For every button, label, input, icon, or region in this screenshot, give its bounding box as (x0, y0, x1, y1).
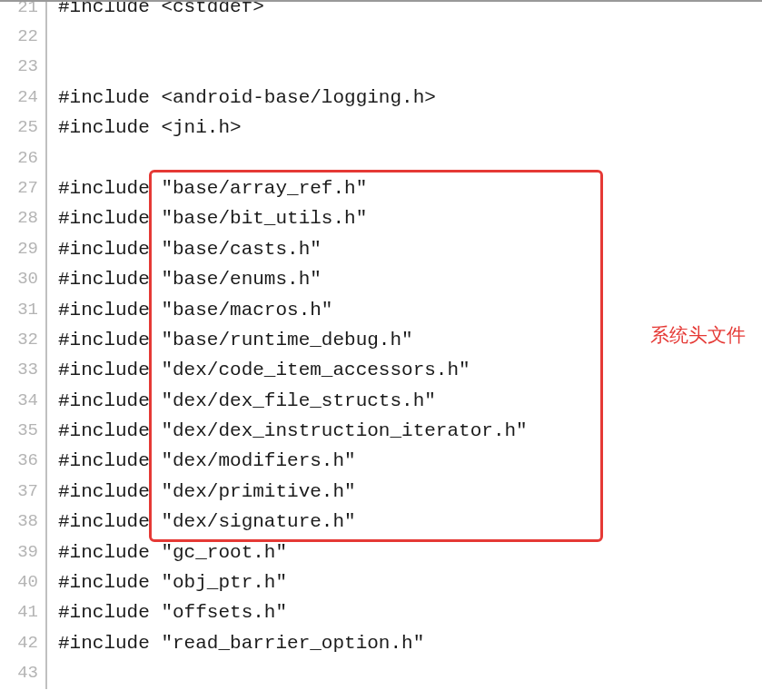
code-line[interactable]: #include "offsets.h" (58, 597, 762, 627)
code-line[interactable]: #include "dex/primitive.h" (58, 477, 762, 507)
code-editor: 21 22 23 24 25 26 27 28 29 30 31 32 33 3… (0, 2, 762, 689)
code-line[interactable]: #include "base/bit_utils.h" (58, 203, 762, 233)
code-line[interactable]: #include "gc_root.h" (58, 537, 762, 567)
code-line[interactable]: #include "base/enums.h" (58, 264, 762, 294)
line-number: 40 (0, 567, 38, 597)
code-line[interactable]: #include "dex/dex_instruction_iterator.h… (58, 416, 762, 446)
line-number: 28 (0, 203, 38, 233)
code-line[interactable] (58, 22, 762, 52)
code-line[interactable]: #include <android-base/logging.h> (58, 83, 762, 113)
code-line[interactable]: #include "dex/code_item_accessors.h" (58, 355, 762, 385)
code-line[interactable]: #include "read_barrier_option.h" (58, 628, 762, 658)
line-number: 42 (0, 628, 38, 658)
line-number: 43 (0, 658, 38, 688)
line-number: 34 (0, 386, 38, 416)
line-number: 24 (0, 83, 38, 113)
line-number: 38 (0, 507, 38, 537)
line-number-gutter: 21 22 23 24 25 26 27 28 29 30 31 32 33 3… (0, 2, 47, 689)
code-line[interactable] (58, 52, 762, 82)
line-number: 39 (0, 537, 38, 567)
annotation-label: 系统头文件 (650, 322, 746, 348)
line-number: 29 (0, 234, 38, 264)
line-number: 30 (0, 264, 38, 294)
line-number: 27 (0, 173, 38, 203)
code-line[interactable]: #include "dex/dex_file_structs.h" (58, 386, 762, 416)
code-line[interactable]: #include "base/array_ref.h" (58, 173, 762, 203)
line-number: 31 (0, 295, 38, 325)
code-line[interactable]: #include <cstddef> (58, 2, 762, 22)
code-line[interactable]: #include "dex/signature.h" (58, 507, 762, 537)
code-line[interactable]: #include "base/casts.h" (58, 234, 762, 264)
line-number: 37 (0, 477, 38, 507)
code-line[interactable]: #include <jni.h> (58, 113, 762, 143)
code-line[interactable] (58, 143, 762, 173)
line-number: 22 (0, 22, 38, 52)
line-number: 35 (0, 416, 38, 446)
line-number: 36 (0, 446, 38, 476)
line-number: 23 (0, 52, 38, 82)
line-number: 21 (0, 2, 38, 22)
line-number: 25 (0, 113, 38, 143)
code-line[interactable] (58, 658, 762, 688)
line-number: 26 (0, 143, 38, 173)
code-line[interactable]: #include "base/macros.h" (58, 295, 762, 325)
line-number: 41 (0, 597, 38, 627)
line-number: 33 (0, 355, 38, 385)
line-number: 32 (0, 325, 38, 355)
code-line[interactable]: #include "dex/modifiers.h" (58, 446, 762, 476)
code-line[interactable]: #include "obj_ptr.h" (58, 567, 762, 597)
